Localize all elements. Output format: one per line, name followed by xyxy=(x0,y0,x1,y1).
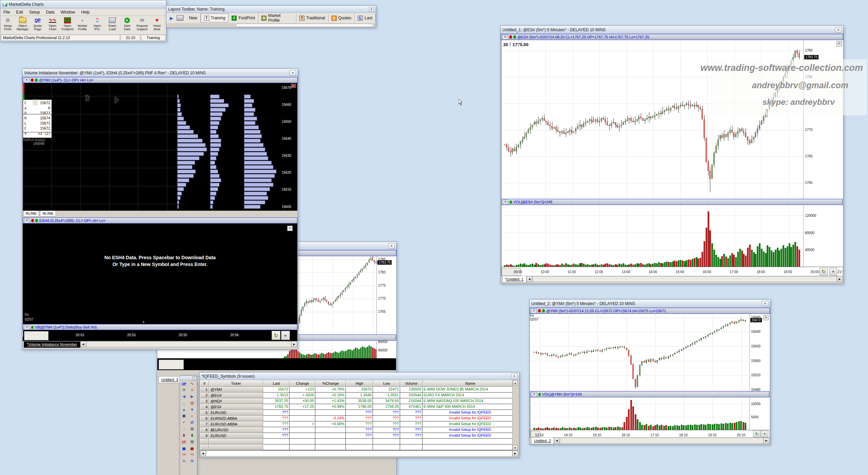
row-number[interactable]: 9 xyxy=(200,433,209,439)
h-scrollbar[interactable] xyxy=(206,451,512,456)
ticker-cell[interactable]: EURNZD.ABBA xyxy=(209,416,263,421)
layout-button-market-profile[interactable]: MMarket Profile xyxy=(258,14,296,22)
toolbar-button-rtl[interactable]: +×=÷OpenRTL xyxy=(90,16,105,34)
row-number[interactable]: 4 xyxy=(200,404,209,410)
untitled1-volume-pane[interactable] xyxy=(501,205,803,267)
volimb-esh4-pane[interactable]: No ESH4 Data. Press Spacebar to Download… xyxy=(23,224,297,324)
xyz-cross-icon[interactable]: + xyxy=(189,413,196,419)
menu-edit[interactable]: Edit xyxy=(13,9,26,16)
scroll-up-icon[interactable]: ▲ xyxy=(180,406,188,413)
scroll-down-icon[interactable]: ▼ xyxy=(513,445,518,450)
close-pane-icon[interactable]: ✕ xyxy=(24,218,30,223)
tab-untitled2[interactable]: Untitled_2 xyxy=(531,438,554,444)
scroll-right-icon[interactable]: ▶ xyxy=(291,341,297,347)
column-header-change[interactable]: Change xyxy=(290,380,315,387)
ticker-cell[interactable]: EURUSD xyxy=(209,433,263,439)
palette-titlebar[interactable]: ✕ xyxy=(180,376,197,380)
tab-untitled3[interactable]: Untitled_3 xyxy=(158,377,181,383)
row-number[interactable]: 8 xyxy=(200,427,209,433)
toolbar-button-footprint[interactable]: OpenFootprint xyxy=(60,16,75,34)
delete-green-icon[interactable]: ▮ xyxy=(189,432,196,438)
scroll-down-icon[interactable]: ▼ xyxy=(189,406,196,413)
close-pane-icon[interactable]: ✕ xyxy=(24,78,29,83)
time-sales-icon[interactable]: T/S xyxy=(189,451,196,458)
column-header-low[interactable]: Low xyxy=(373,380,400,387)
untitled1-pane-header[interactable]: ✕ @ES# (5m*)-02/07/14 08:20 CL=1767.25 O… xyxy=(501,34,843,40)
row-number[interactable]: 7 xyxy=(200,421,209,427)
ticker-cell[interactable]: @NQ# xyxy=(209,398,263,404)
menu-file[interactable]: File xyxy=(0,9,13,16)
settings-icon[interactable]: ⚙ xyxy=(180,387,188,393)
ticker-cell[interactable]: @ES# xyxy=(209,404,263,410)
autoscale-button[interactable]: A xyxy=(287,226,293,231)
tab-untitled1[interactable]: *Untitled_1 xyxy=(502,276,527,283)
refresh-button[interactable]: ↻ xyxy=(753,431,761,437)
toolbar-button-load[interactable]: DownLoad xyxy=(105,16,120,34)
volume-ratio-icon[interactable]: V/E xyxy=(180,451,188,458)
scroll-up-icon[interactable]: ▲ xyxy=(513,380,518,385)
scroll-left-icon[interactable]: ◀ xyxy=(554,438,560,443)
untitled1-titlebar[interactable]: Untitled_1: @ES# (5m*) 5 Minutes* - DELA… xyxy=(501,26,843,34)
layout-button-last[interactable]: LLast xyxy=(355,14,376,22)
toolbar-button-support[interactable]: ✉RequestSupport xyxy=(135,16,150,34)
bars-red-icon[interactable]: ▅ xyxy=(189,445,196,451)
layout-button-quotes[interactable]: QQuotes xyxy=(329,14,355,22)
untitled2-close-icon[interactable]: ✕ xyxy=(762,301,768,306)
refresh-button[interactable]: ↻ xyxy=(820,268,828,276)
volimb-titlebar[interactable]: Volume Imbalance November: @YM# (1x4*), … xyxy=(22,69,298,77)
volimb-pane2-header[interactable]: ✕ ESH4 (0.25x4*>289)- CL= OP= Hi= Lo= xyxy=(23,217,297,224)
save-layout-icon[interactable] xyxy=(177,15,183,21)
page-right-icon[interactable]: ▶ xyxy=(189,393,196,400)
tab-rline[interactable]: RLINE xyxy=(23,211,39,216)
main-titlebar[interactable]: MarketDelta Charts xyxy=(0,0,166,8)
menu-window[interactable]: Window xyxy=(58,9,78,16)
volimb-close-icon[interactable]: ✕ xyxy=(290,70,296,76)
volimb-pane1-header[interactable]: ✕ @YM# (1x4*)- CL= OP= Hi= Lo= xyxy=(22,77,298,83)
scroll-left-icon[interactable]: ◀ xyxy=(527,276,532,282)
volimb-pnf-pane[interactable]: M 19x5228x2039x1447x168x5137x5621x1764x1… xyxy=(23,83,297,211)
untitled2-vol-header[interactable]: ✕ VOL[@YM# (5m*)]=104 xyxy=(530,391,769,397)
grid-icon[interactable]: ▦ xyxy=(189,425,196,432)
menu-data[interactable]: Data xyxy=(43,9,57,16)
page-left-icon[interactable]: ◀ xyxy=(180,393,188,400)
layout-button-new[interactable]: New xyxy=(186,14,201,22)
autoscale-button[interactable]: A xyxy=(763,315,769,320)
untitled2-titlebar[interactable]: Untitled_2: @YM# (5m*) 5 Minutes* - DELA… xyxy=(530,300,770,308)
delete-red-icon[interactable]: ▮ xyxy=(180,432,188,438)
column-header-name[interactable]: Name xyxy=(422,380,518,387)
menu-setup[interactable]: Setup xyxy=(26,9,43,16)
scroll-right-icon[interactable]: ▶ xyxy=(837,276,843,282)
toolbar-button-manager[interactable]: ObjectManager xyxy=(15,16,30,34)
toolbar-button-chart[interactable]: ∿∿OpenChart xyxy=(45,16,60,34)
symbol-check-icon[interactable]: ✓ xyxy=(180,419,188,425)
objects-icon[interactable]: ▣ xyxy=(180,413,188,419)
open-chart-icon[interactable]: ∿ xyxy=(189,380,196,387)
ticker-cell[interactable]: EURUSD.ABBA xyxy=(209,421,263,427)
untitled2-pane-header[interactable]: ✕ @YM# (5m*)-02/07/14 21:05 CL=15672 OP=… xyxy=(530,308,770,314)
toolbar-button-profile[interactable]: ◗MarketProfile xyxy=(75,16,90,34)
volimb-pane3-header[interactable]: ✕ VB[@YM# (1x4*)] Delta(Buy-Sell Vol) xyxy=(23,324,297,330)
untitled2-volume-pane[interactable] xyxy=(530,397,749,430)
refresh-button[interactable]: ↻ xyxy=(272,331,280,340)
column-header-last[interactable]: Last xyxy=(263,380,290,387)
ticker-cell[interactable] xyxy=(209,439,263,444)
qp-alert-icon[interactable]: QP xyxy=(180,438,188,445)
zoom-in-button[interactable]: + xyxy=(829,268,837,276)
refresh-chart-icon[interactable]: ▨ xyxy=(189,400,196,406)
close-pane-icon[interactable]: ✕ xyxy=(502,35,508,40)
column-header-ticker[interactable]: Ticker xyxy=(209,380,263,387)
palette-close-icon[interactable]: ✕ xyxy=(192,376,197,380)
row-number[interactable]: 6 xyxy=(200,416,209,421)
merge-badge[interactable]: M xyxy=(291,84,296,88)
ticker-cell[interactable]: $EURUSD xyxy=(209,427,263,433)
row-number[interactable]: 1 xyxy=(200,387,209,393)
row-number[interactable] xyxy=(200,439,209,444)
quote-off-icon[interactable]: Ø xyxy=(189,419,196,425)
menu-help[interactable]: Help xyxy=(78,9,93,16)
h-scrollbar[interactable] xyxy=(86,341,291,347)
scroll-right-icon[interactable]: ▶ xyxy=(512,451,518,456)
zoom-in-button[interactable]: + xyxy=(281,331,290,340)
exit-icon[interactable]: ⌂ xyxy=(180,425,188,432)
row-number[interactable]: 5 xyxy=(200,410,209,416)
arrange-icon[interactable]: ⊞ xyxy=(189,458,196,464)
